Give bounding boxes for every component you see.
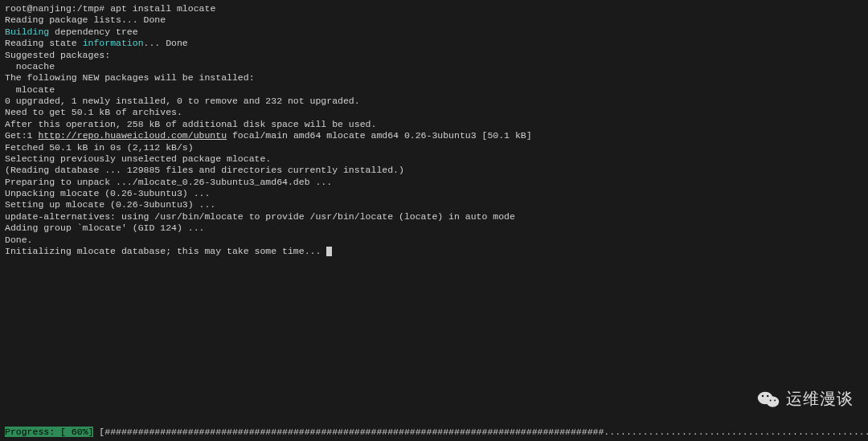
output-line: nocache bbox=[5, 61, 863, 72]
output-line: Reading state information... Done bbox=[5, 38, 863, 49]
svg-point-2 bbox=[762, 394, 764, 396]
output-line: (Reading database ... 129885 files and d… bbox=[5, 165, 863, 176]
cursor-icon bbox=[326, 247, 332, 256]
output-line: Building dependency tree bbox=[5, 27, 863, 38]
progress-bar: Progress: [ 60%] [######################… bbox=[0, 427, 868, 438]
prompt-line: root@nanjing:/tmp# apt install mlocate bbox=[5, 3, 863, 14]
watermark-text: 运维漫谈 bbox=[786, 389, 854, 409]
output-line: Reading package lists... Done bbox=[5, 14, 863, 26]
output-line: Unpacking mlocate (0.26-3ubuntu3) ... bbox=[5, 188, 863, 199]
information-word: information bbox=[83, 38, 144, 48]
output-line: After this operation, 258 kB of addition… bbox=[5, 119, 863, 130]
building-word: Building bbox=[5, 27, 49, 37]
output-line: update-alternatives: using /usr/bin/mloc… bbox=[5, 211, 863, 223]
output-line: Initializing mlocate database; this may … bbox=[5, 246, 863, 257]
progress-track: [#######################################… bbox=[93, 427, 868, 437]
output-line: Selecting previously unselected package … bbox=[5, 153, 863, 165]
command-text: apt install mlocate bbox=[110, 3, 215, 14]
output-line: Done. bbox=[5, 235, 863, 246]
svg-point-4 bbox=[770, 399, 772, 401]
progress-percent: [ 60%] bbox=[55, 427, 93, 437]
output-line: Suggested packages: bbox=[5, 50, 863, 61]
output-line: Fetched 50.1 kB in 0s (2,112 kB/s) bbox=[5, 142, 863, 153]
terminal-output[interactable]: root@nanjing:/tmp# apt install mlocate R… bbox=[0, 0, 868, 260]
output-line: Get:1 http://repo.huaweicloud.com/ubuntu… bbox=[5, 130, 863, 141]
output-line: Preparing to unpack .../mlocate_0.26-3ub… bbox=[5, 177, 863, 188]
prompt-userhost: root@nanjing bbox=[5, 3, 72, 14]
output-line: Need to get 50.1 kB of archives. bbox=[5, 107, 863, 118]
wechat-icon bbox=[757, 390, 780, 409]
watermark: 运维漫谈 bbox=[757, 389, 854, 409]
prompt-cwd: /tmp bbox=[77, 3, 100, 14]
output-line: mlocate bbox=[5, 84, 863, 96]
svg-point-5 bbox=[774, 399, 776, 401]
output-line: Setting up mlocate (0.26-3ubuntu3) ... bbox=[5, 199, 863, 210]
progress-label: Progress: bbox=[5, 427, 55, 437]
output-line: 0 upgraded, 1 newly installed, 0 to remo… bbox=[5, 96, 863, 107]
repo-url: http://repo.huaweicloud.com/ubuntu bbox=[38, 130, 227, 141]
svg-point-1 bbox=[767, 396, 780, 406]
output-line: Adding group `mlocate' (GID 124) ... bbox=[5, 223, 863, 234]
output-line: The following NEW packages will be insta… bbox=[5, 72, 863, 84]
prompt-sep: # bbox=[99, 3, 104, 14]
svg-point-3 bbox=[767, 394, 768, 396]
